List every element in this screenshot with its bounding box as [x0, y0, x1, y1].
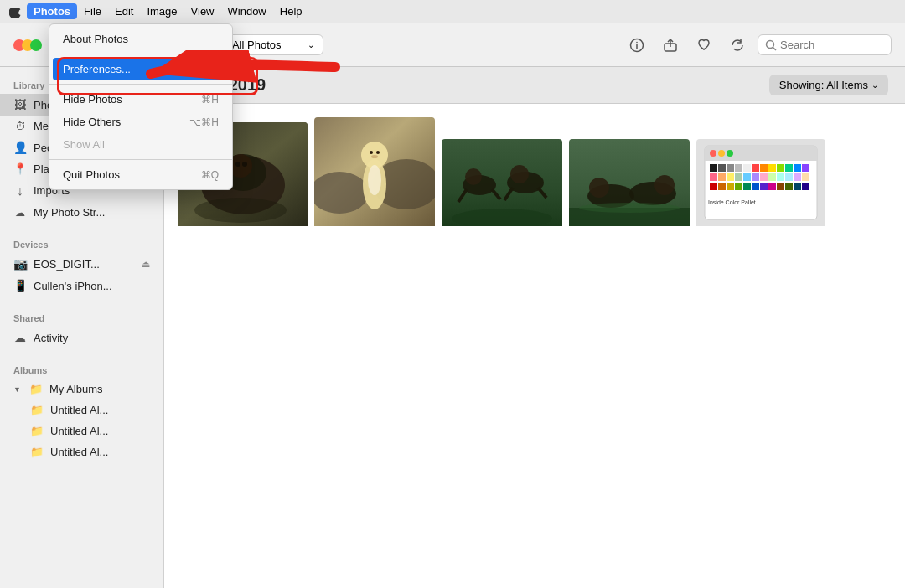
memories-icon: ⏱	[13, 120, 27, 132]
svg-rect-74	[718, 183, 726, 190]
svg-line-7	[773, 47, 777, 50]
svg-rect-67	[760, 173, 768, 181]
share-button[interactable]	[657, 32, 684, 59]
svg-point-23	[371, 155, 378, 158]
hide-shortcut: ⌘H	[201, 94, 219, 106]
svg-rect-63	[727, 173, 734, 181]
sidebar-photostream-label: My Photo Str...	[34, 206, 105, 219]
triangle-icon: ▼	[13, 385, 21, 394]
menu-quit-photos[interactable]: Quit Photos ⌘Q	[49, 163, 232, 186]
svg-rect-53	[743, 164, 751, 172]
svg-rect-61	[710, 173, 717, 181]
menu-preferences[interactable]: Preferences... ⌘,	[53, 58, 229, 80]
sidebar-album2-label: Untitled Al...	[50, 425, 108, 437]
sidebar-item-album3[interactable]: 📁 Untitled Al...	[0, 441, 163, 462]
photos-icon: 🖼	[13, 98, 27, 111]
svg-point-48	[727, 150, 733, 157]
photo-thumb-5[interactable]: Inside Color Pallet	[696, 139, 825, 230]
sidebar-eos-label: EOS_DIGIT...	[34, 258, 100, 271]
info-button[interactable]	[623, 32, 650, 59]
album2-icon: 📁	[30, 425, 44, 437]
sidebar-album3-label: Untitled Al...	[50, 446, 108, 458]
sidebar-item-photostream[interactable]: ☁ My Photo Str...	[0, 202, 163, 223]
eject-icon[interactable]: ⏏	[142, 259, 150, 270]
menu-about-photos[interactable]: About Photos	[49, 28, 232, 50]
showing-chevron: ⌄	[871, 80, 878, 90]
svg-point-21	[370, 151, 373, 154]
svg-rect-49	[710, 164, 717, 172]
svg-rect-83	[794, 183, 801, 190]
menubar-image[interactable]: Image	[140, 3, 184, 19]
album3-icon: 📁	[30, 446, 44, 458]
showing-button[interactable]: Showing: All Items ⌄	[769, 75, 888, 95]
iphone-icon: 📱	[13, 279, 27, 292]
chevron-down-icon: ⌄	[308, 40, 314, 49]
search-input[interactable]	[780, 39, 881, 51]
devices-section-header: Devices	[0, 233, 163, 253]
favorite-button[interactable]	[690, 32, 717, 59]
menu-separator-2	[49, 84, 232, 85]
sidebar-myalbums-label: My Albums	[49, 383, 103, 395]
photo-thumb-2[interactable]	[314, 117, 435, 230]
content-area: Jul 9, 2019 Showing: All Items ⌄	[164, 67, 905, 588]
svg-rect-80	[768, 183, 776, 190]
menubar-photos[interactable]: Photos	[27, 3, 77, 19]
svg-rect-84	[802, 183, 809, 190]
menubar-edit[interactable]: Edit	[108, 3, 140, 19]
rotate-button[interactable]	[724, 32, 751, 59]
svg-rect-81	[777, 183, 784, 190]
menu-separator-1	[49, 54, 232, 54]
photo-thumb-3[interactable]	[442, 139, 562, 230]
svg-rect-79	[760, 183, 768, 190]
sidebar-item-myalbums[interactable]: ▼ 📁 My Albums	[0, 379, 163, 400]
photo-2-image	[314, 117, 435, 226]
sidebar-item-eos[interactable]: 📷 EOS_DIGIT... ⏏	[0, 253, 163, 275]
svg-point-3	[636, 41, 638, 43]
svg-rect-66	[752, 173, 759, 181]
svg-rect-54	[752, 164, 759, 172]
all-photos-dropdown[interactable]: All Photos ⌄	[223, 34, 323, 55]
svg-rect-77	[743, 183, 751, 190]
albums-section-header: Albums	[0, 358, 163, 379]
photo-thumb-4[interactable]	[569, 139, 690, 230]
photo-5-image: Inside Color Pallet	[696, 139, 825, 226]
svg-rect-71	[794, 173, 801, 181]
svg-point-39	[654, 175, 675, 195]
dropdown-label: All Photos	[232, 39, 282, 51]
album1-icon: 📁	[30, 404, 44, 416]
photo-4-image	[569, 139, 690, 226]
activity-icon: ☁	[13, 331, 27, 344]
svg-rect-57	[777, 164, 784, 172]
content-header: Jul 9, 2019 Showing: All Items ⌄	[164, 67, 905, 104]
menu-hide-photos[interactable]: Hide Photos ⌘H	[49, 88, 232, 111]
menubar-window[interactable]: Window	[221, 3, 273, 19]
photo-3-image	[442, 139, 562, 226]
photos-dropdown-menu: About Photos Preferences... ⌘, Hide Phot…	[49, 23, 233, 190]
sidebar-item-album1[interactable]: 📁 Untitled Al...	[0, 400, 163, 420]
apple-menu[interactable]	[7, 3, 23, 20]
svg-rect-82	[785, 183, 793, 190]
sidebar-album1-label: Untitled Al...	[50, 404, 108, 416]
svg-rect-75	[727, 183, 734, 190]
menubar-help[interactable]: Help	[273, 3, 309, 19]
photo-grid: Inside Color Pallet	[164, 104, 905, 243]
svg-rect-78	[752, 183, 759, 190]
sidebar-item-album2[interactable]: 📁 Untitled Al...	[0, 420, 163, 441]
svg-rect-60	[802, 164, 809, 172]
traffic-light-green[interactable]	[30, 39, 42, 51]
menu-show-all: Show All	[49, 133, 232, 156]
svg-rect-50	[718, 164, 726, 172]
search-box[interactable]	[758, 34, 892, 55]
svg-point-46	[710, 150, 716, 157]
svg-point-13	[235, 162, 240, 167]
svg-rect-65	[743, 173, 751, 181]
sidebar-item-iphone[interactable]: 📱 Cullen's iPhon...	[0, 275, 163, 297]
sidebar-iphone-label: Cullen's iPhon...	[34, 280, 112, 292]
search-icon	[765, 39, 777, 51]
menubar-file[interactable]: File	[77, 3, 108, 19]
svg-point-41	[579, 203, 680, 213]
menu-hide-others[interactable]: Hide Others ⌥⌘H	[49, 111, 232, 133]
svg-rect-58	[785, 164, 793, 172]
sidebar-item-activity[interactable]: ☁ Activity	[0, 327, 163, 348]
menubar-view[interactable]: View	[184, 3, 221, 19]
